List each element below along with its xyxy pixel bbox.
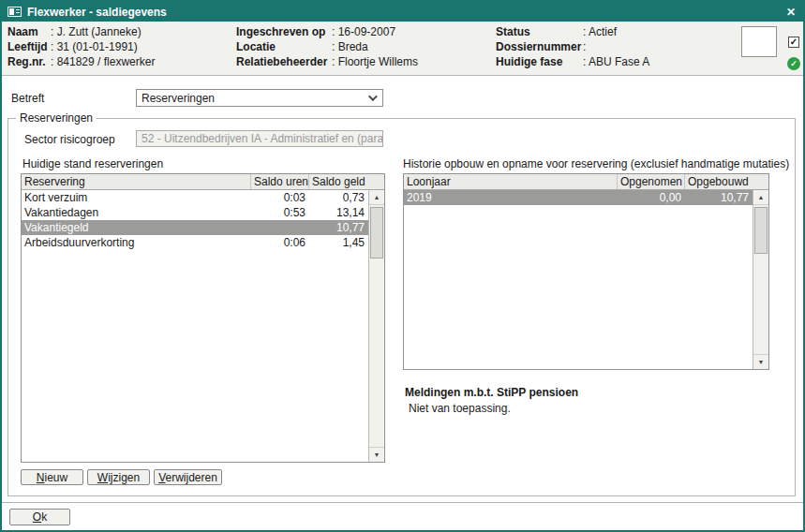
flexwerker-info-header: Naam : J. Zutt (Janneke) Leeftijd : 31 (… — [2, 22, 803, 76]
regnr-label: Reg.nr. — [7, 56, 46, 68]
column-header-loonjaar[interactable]: Loonjaar — [404, 174, 618, 189]
footer-divider — [2, 502, 803, 503]
dossiernummer-value: : — [583, 41, 586, 53]
cell-saldo-uren: 0:06 — [251, 236, 309, 249]
column-header-saldo-geld[interactable]: Saldo geld — [309, 174, 384, 189]
vertical-scrollbar[interactable]: ▲ ▼ — [753, 190, 768, 369]
table-row[interactable]: Vakantiedagen 0:53 13,14 — [22, 205, 368, 220]
cell-saldo-geld: 10,77 — [309, 221, 368, 234]
chevron-down-icon — [368, 92, 378, 101]
betreft-label: Betreft — [11, 92, 44, 105]
left-table-caption: Huidige stand reserveringen — [22, 157, 163, 170]
meldingen-title: Meldingen m.b.t. StiPP pensioen — [405, 386, 578, 399]
huidige-fase-label: Huidige fase — [496, 56, 562, 68]
ok-button[interactable]: Ok — [9, 509, 70, 525]
vertical-scrollbar[interactable]: ▲ ▼ — [368, 190, 384, 462]
ingeschreven-value: : 16-09-2007 — [332, 26, 395, 38]
locatie-value: : Breda — [332, 41, 368, 53]
history-table-caption: Historie opbouw en opname voor reserveri… — [403, 157, 789, 170]
verwijderen-button[interactable]: Verwijderen — [154, 469, 222, 485]
table-row[interactable]: Arbeidsduurverkorting 0:06 1,45 — [22, 235, 368, 250]
status-value: : Actief — [583, 26, 617, 38]
app-icon — [7, 7, 22, 17]
titlebar[interactable]: Flexwerker - saldiegevens ✕ — [2, 2, 803, 22]
groupbox-label: Reserveringen — [16, 111, 97, 125]
scroll-up-icon[interactable]: ▲ — [753, 190, 768, 205]
cell-opgebouwd: 10,77 — [685, 191, 753, 204]
status-label: Status — [496, 26, 530, 38]
sector-value: 52 - Uitzendbedrijven IA - Administratie… — [142, 132, 383, 145]
column-header-saldo-uren[interactable]: Saldo uren — [251, 174, 309, 189]
reserveringen-table-header: Reservering Saldo uren Saldo geld — [22, 174, 384, 190]
naam-value: : J. Zutt (Janneke) — [51, 26, 142, 38]
dossiernummer-label: Dossiernummer — [496, 41, 581, 53]
scrollbar-thumb[interactable] — [370, 207, 383, 259]
column-header-reservering[interactable]: Reservering — [22, 174, 251, 189]
naam-label: Naam — [7, 26, 38, 38]
scroll-down-icon[interactable]: ▼ — [753, 354, 768, 369]
window-title: Flexwerker - saldiegevens — [27, 6, 784, 19]
cell-loonjaar: 2019 — [404, 191, 618, 204]
cell-reservering: Vakantiedagen — [22, 206, 251, 219]
checkmark-icon: ✓ — [790, 37, 798, 47]
wijzigen-button-label: Wijzigen — [97, 471, 140, 484]
betreft-value: Reserveringen — [142, 92, 215, 105]
scroll-up-icon[interactable]: ▲ — [369, 190, 384, 205]
regnr-value: : 841829 / flexwerker — [51, 56, 155, 68]
cell-saldo-geld: 0,73 — [309, 191, 368, 204]
photo-placeholder — [741, 26, 777, 57]
scrollbar-thumb[interactable] — [754, 207, 768, 254]
column-header-opgenomen[interactable]: Opgenomen — [618, 174, 685, 189]
historie-table: Loonjaar Opgenomen Opgebouwd 2019 0,00 1… — [403, 173, 769, 370]
historie-table-body: 2019 0,00 10,77 — [404, 190, 753, 369]
header-checkbox[interactable]: ✓ — [788, 37, 799, 48]
cell-opgenomen: 0,00 — [618, 191, 685, 204]
nieuw-button-label: Nieuw — [37, 471, 67, 484]
nieuw-button[interactable]: Nieuw — [21, 469, 83, 485]
huidige-fase-value: : ABU Fase A — [583, 56, 649, 68]
cell-reservering: Arbeidsduurverkorting — [22, 236, 251, 249]
scroll-down-icon[interactable]: ▼ — [369, 447, 384, 462]
table-row-selected[interactable]: 2019 0,00 10,77 — [404, 190, 753, 205]
leeftijd-label: Leeftijd — [7, 41, 48, 53]
relatiebeheerder-label: Relatiebeheerder — [236, 56, 327, 68]
cell-saldo-geld: 13,14 — [309, 206, 368, 219]
betreft-dropdown[interactable]: Reserveringen — [136, 89, 383, 107]
ingeschreven-label: Ingeschreven op — [236, 26, 325, 38]
relatiebeheerder-value: : Floortje Willems — [332, 56, 418, 68]
table-row[interactable]: Kort verzuim 0:03 0,73 — [22, 190, 368, 205]
historie-table-header: Loonjaar Opgenomen Opgebouwd — [404, 174, 768, 190]
table-row-selected[interactable]: Vakantiegeld 10,77 — [22, 220, 368, 235]
cell-saldo-uren: 0:53 — [251, 206, 309, 219]
cell-saldo-uren: 0:03 — [251, 191, 309, 204]
column-header-opgebouwd[interactable]: Opgebouwd — [685, 174, 768, 189]
meldingen-text: Niet van toepassing. — [409, 402, 511, 415]
sector-dropdown: 52 - Uitzendbedrijven IA - Administratie… — [136, 130, 383, 147]
reserveringen-table: Reservering Saldo uren Saldo geld Kort v… — [21, 173, 385, 463]
cell-reservering: Kort verzuim — [22, 191, 251, 204]
reserveringen-table-body: Kort verzuim 0:03 0,73 Vakantiedagen 0:5… — [22, 190, 368, 462]
locatie-label: Locatie — [236, 41, 276, 53]
sector-label: Sector risicogroep — [24, 133, 115, 146]
verwijderen-button-label: Verwijderen — [158, 471, 217, 484]
leeftijd-value: : 31 (01-01-1991) — [51, 41, 138, 53]
ok-button-label: Ok — [33, 510, 47, 524]
status-ok-icon: ✓ — [787, 57, 800, 70]
cell-reservering: Vakantiegeld — [22, 221, 251, 234]
wijzigen-button[interactable]: Wijzigen — [87, 469, 150, 485]
close-icon[interactable]: ✕ — [784, 6, 798, 19]
dialog-flexwerker-saldiegevens: Flexwerker - saldiegevens ✕ Naam : J. Zu… — [0, 0, 805, 532]
cell-saldo-geld: 1,45 — [309, 236, 368, 249]
